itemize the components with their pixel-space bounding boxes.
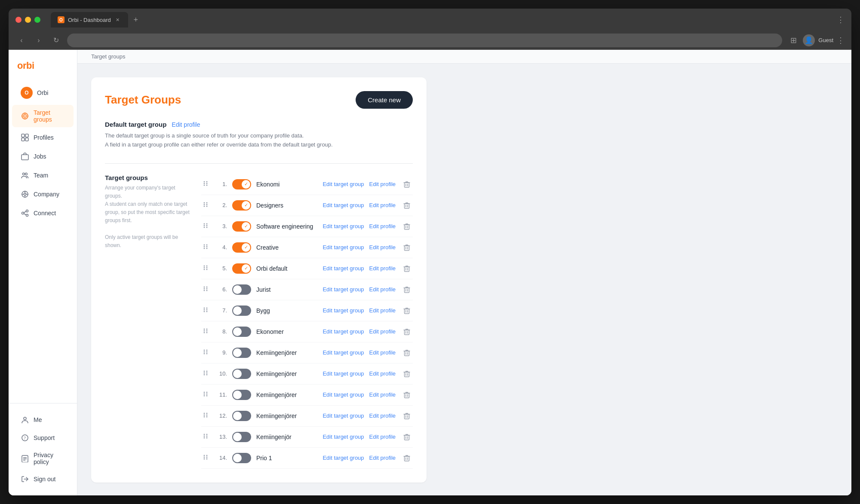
sidebar-item-profiles[interactable]: Profiles xyxy=(12,129,74,146)
toggle-switch[interactable]: ✓ xyxy=(232,263,251,274)
edit-target-group-link[interactable]: Edit target group xyxy=(322,244,364,250)
edit-profile-row-link[interactable]: Edit profile xyxy=(369,307,396,314)
edit-profile-row-link[interactable]: Edit profile xyxy=(369,455,396,461)
delete-button[interactable] xyxy=(401,410,413,422)
drag-handle[interactable] xyxy=(201,433,210,441)
edit-target-group-link[interactable]: Edit target group xyxy=(322,349,364,356)
back-button[interactable]: ‹ xyxy=(15,34,28,46)
delete-button[interactable] xyxy=(401,220,413,232)
sidebar-item-privacy[interactable]: Privacy policy xyxy=(12,447,74,470)
sidebar-item-company[interactable]: Company xyxy=(12,186,74,203)
window-controls[interactable]: ⋮ xyxy=(837,15,845,24)
drag-handle[interactable] xyxy=(201,222,210,231)
sidebar-item-me[interactable]: Me xyxy=(12,411,74,428)
edit-target-group-link[interactable]: Edit target group xyxy=(322,370,364,377)
toggle-switch[interactable] xyxy=(232,390,251,400)
delete-button[interactable] xyxy=(401,347,413,359)
drag-handle[interactable] xyxy=(201,180,210,189)
toggle-switch[interactable] xyxy=(232,411,251,421)
edit-profile-row-link[interactable]: Edit profile xyxy=(369,412,396,419)
edit-target-group-link[interactable]: Edit target group xyxy=(322,391,364,398)
profile-icon[interactable]: 👤 xyxy=(803,34,815,46)
delete-button[interactable] xyxy=(401,178,413,190)
edit-profile-row-link[interactable]: Edit profile xyxy=(369,223,396,229)
edit-profile-row-link[interactable]: Edit profile xyxy=(369,434,396,440)
drag-handle[interactable] xyxy=(201,306,210,315)
drag-handle[interactable] xyxy=(201,264,210,273)
address-bar[interactable] xyxy=(67,34,782,47)
delete-button[interactable] xyxy=(401,431,413,443)
edit-target-group-link[interactable]: Edit target group xyxy=(322,181,364,187)
delete-button[interactable] xyxy=(401,284,413,296)
edit-target-group-link[interactable]: Edit target group xyxy=(322,434,364,440)
edit-profile-row-link[interactable]: Edit profile xyxy=(369,286,396,293)
edit-target-group-link[interactable]: Edit target group xyxy=(322,455,364,461)
delete-button[interactable] xyxy=(401,368,413,380)
sidebar-item-target-groups[interactable]: Target groups xyxy=(12,105,74,127)
drag-handle[interactable] xyxy=(201,327,210,336)
toggle-switch[interactable]: ✓ xyxy=(232,242,251,253)
extensions-icon[interactable]: ⊞ xyxy=(787,34,799,46)
edit-profile-row-link[interactable]: Edit profile xyxy=(369,202,396,208)
close-button[interactable] xyxy=(15,17,22,23)
minimize-button[interactable] xyxy=(25,17,31,23)
delete-button[interactable] xyxy=(401,305,413,317)
browser-tab-active[interactable]: O Orbi - Dashboard ✕ xyxy=(51,12,128,27)
svg-point-82 xyxy=(204,290,205,291)
toggle-switch[interactable]: ✓ xyxy=(232,179,251,189)
create-new-button[interactable]: Create new xyxy=(356,91,413,109)
delete-button[interactable] xyxy=(401,389,413,401)
drag-handle[interactable] xyxy=(201,285,210,294)
edit-profile-row-link[interactable]: Edit profile xyxy=(369,244,396,250)
toggle-switch[interactable]: ✓ xyxy=(232,221,251,232)
edit-profile-row-link[interactable]: Edit profile xyxy=(369,328,396,335)
edit-target-group-link[interactable]: Edit target group xyxy=(322,328,364,335)
toggle-switch[interactable] xyxy=(232,432,251,442)
drag-handle[interactable] xyxy=(201,243,210,252)
drag-handle[interactable] xyxy=(201,454,210,462)
toggle-switch[interactable] xyxy=(232,284,251,295)
sidebar-item-connect[interactable]: Connect xyxy=(12,205,74,222)
reload-button[interactable]: ↻ xyxy=(50,34,62,46)
edit-profile-link[interactable]: Edit profile xyxy=(172,121,200,128)
delete-button[interactable] xyxy=(401,241,413,254)
drag-handle[interactable] xyxy=(201,348,210,357)
toggle-switch[interactable] xyxy=(232,348,251,358)
toggle-switch[interactable] xyxy=(232,453,251,463)
sidebar-item-team[interactable]: Team xyxy=(12,167,74,184)
browser-menu-icon[interactable]: ⋮ xyxy=(837,36,845,45)
tab-close-button[interactable]: ✕ xyxy=(114,16,121,23)
drag-handle[interactable] xyxy=(201,412,210,420)
sidebar-item-support[interactable]: ? Support xyxy=(12,429,74,446)
sidebar-item-orbi[interactable]: O Orbi xyxy=(12,82,74,103)
drag-handle[interactable] xyxy=(201,201,210,210)
delete-button[interactable] xyxy=(401,263,413,275)
edit-target-group-link[interactable]: Edit target group xyxy=(322,412,364,419)
delete-button[interactable] xyxy=(401,452,413,464)
sidebar-item-jobs[interactable]: Jobs xyxy=(12,148,74,165)
edit-target-group-link[interactable]: Edit target group xyxy=(322,223,364,229)
maximize-button[interactable] xyxy=(34,17,40,23)
edit-profile-row-link[interactable]: Edit profile xyxy=(369,265,396,272)
toggle-switch[interactable] xyxy=(232,305,251,316)
edit-target-group-link[interactable]: Edit target group xyxy=(322,265,364,272)
edit-target-group-link[interactable]: Edit target group xyxy=(322,286,364,293)
new-tab-button[interactable]: + xyxy=(130,14,142,26)
edit-profile-row-link[interactable]: Edit profile xyxy=(369,181,396,187)
target-groups-icon xyxy=(21,112,29,120)
target-groups-layout: Target groups Arrange your company's tar… xyxy=(105,174,413,469)
forward-button[interactable]: › xyxy=(33,34,45,46)
toggle-switch[interactable]: ✓ xyxy=(232,200,251,211)
edit-profile-row-link[interactable]: Edit profile xyxy=(369,349,396,356)
delete-button[interactable] xyxy=(401,199,413,211)
edit-profile-row-link[interactable]: Edit profile xyxy=(369,370,396,377)
delete-button[interactable] xyxy=(401,326,413,338)
edit-profile-row-link[interactable]: Edit profile xyxy=(369,391,396,398)
toggle-switch[interactable] xyxy=(232,369,251,379)
drag-handle[interactable] xyxy=(201,391,210,399)
toggle-switch[interactable] xyxy=(232,327,251,337)
edit-target-group-link[interactable]: Edit target group xyxy=(322,307,364,314)
sidebar-item-signout[interactable]: Sign out xyxy=(12,470,74,488)
drag-handle[interactable] xyxy=(201,370,210,378)
edit-target-group-link[interactable]: Edit target group xyxy=(322,202,364,208)
